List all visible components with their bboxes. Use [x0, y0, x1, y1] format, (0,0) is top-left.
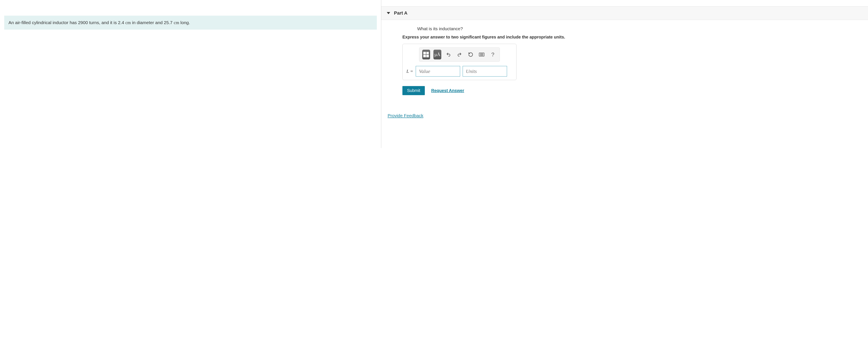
- redo-icon: [457, 52, 462, 57]
- chevron-down-icon: [387, 12, 390, 14]
- problem-text-prefix: An air-filled cylindrical inductor has 2…: [8, 20, 125, 25]
- keyboard-icon: [479, 53, 485, 56]
- value-input[interactable]: [416, 66, 460, 77]
- request-answer-link[interactable]: Request Answer: [431, 88, 464, 93]
- left-pane: An air-filled cylindrical inductor has 2…: [0, 0, 381, 148]
- problem-unit-1: cm: [125, 20, 131, 25]
- problem-text-mid: in diameter and 25.7: [131, 20, 174, 25]
- redo-button[interactable]: [456, 50, 463, 59]
- equation-toolbar: µÅ ?: [419, 47, 500, 62]
- instruction-text: Express your answer to two significant f…: [402, 35, 862, 39]
- reset-icon: [468, 52, 473, 57]
- right-pane: Part A What is its inductance? Express y…: [381, 0, 868, 148]
- undo-icon: [446, 52, 451, 57]
- templates-icon: [423, 52, 429, 57]
- answer-box: µÅ ? L =: [402, 44, 517, 80]
- question-text: What is its inductance?: [417, 26, 862, 31]
- problem-statement: An air-filled cylindrical inductor has 2…: [4, 16, 377, 30]
- button-row: Submit Request Answer: [402, 86, 862, 95]
- problem-text-suffix: long.: [179, 20, 190, 25]
- input-row: L =: [406, 66, 513, 77]
- main-layout: An air-filled cylindrical inductor has 2…: [0, 0, 868, 148]
- problem-unit-2: cm: [174, 20, 179, 25]
- submit-button[interactable]: Submit: [402, 86, 425, 95]
- keyboard-button[interactable]: [478, 50, 486, 59]
- part-header[interactable]: Part A: [381, 6, 868, 20]
- provide-feedback-link[interactable]: Provide Feedback: [388, 113, 423, 118]
- variable-label: L =: [406, 68, 413, 74]
- symbols-button[interactable]: µÅ: [433, 50, 441, 59]
- undo-button[interactable]: [445, 50, 452, 59]
- help-button[interactable]: ?: [489, 50, 497, 59]
- reset-button[interactable]: [467, 50, 474, 59]
- part-content: What is its inductance? Express your ans…: [381, 20, 868, 101]
- part-title: Part A: [394, 10, 407, 16]
- templates-button[interactable]: [422, 50, 430, 59]
- units-input[interactable]: [463, 66, 507, 77]
